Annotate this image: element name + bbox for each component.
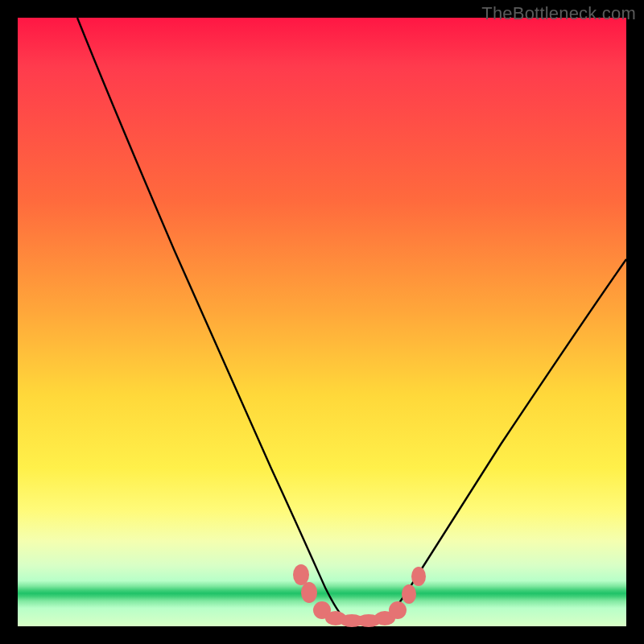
curve-left xyxy=(77,18,343,617)
valley-blob-group xyxy=(293,564,426,627)
valley-blob xyxy=(301,582,317,603)
valley-blob xyxy=(411,567,426,586)
valley-blob xyxy=(293,564,309,585)
chart-overlay xyxy=(18,18,626,626)
outer-frame: TheBottleneck.com xyxy=(0,0,644,644)
watermark-text: TheBottleneck.com xyxy=(481,3,636,24)
valley-blob xyxy=(389,601,407,619)
valley-blob xyxy=(402,584,416,604)
curve-right xyxy=(388,259,626,617)
